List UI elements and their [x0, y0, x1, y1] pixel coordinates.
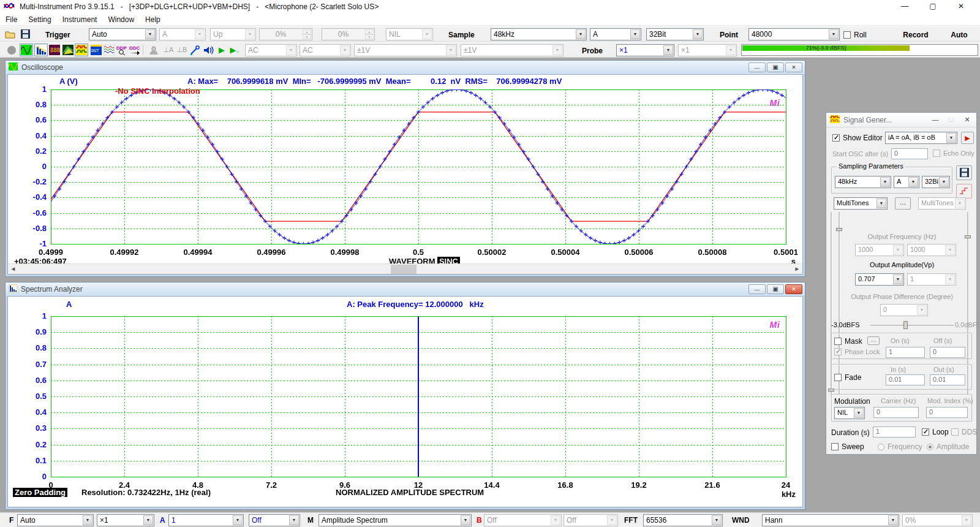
a-ref-combo[interactable]: Off [249, 514, 300, 526]
sample-bits-combo[interactable]: 32Bit [646, 28, 704, 40]
close-icon[interactable] [785, 63, 802, 72]
minimize-icon[interactable]: — [891, 0, 919, 13]
loop-checkbox[interactable]: Loop [922, 428, 949, 436]
fade-checkbox[interactable]: Fade [834, 373, 861, 382]
minimize-icon[interactable] [748, 63, 766, 72]
menu-file[interactable]: File [0, 13, 23, 26]
restore-icon[interactable] [767, 284, 784, 294]
record-button[interactable]: Record [891, 31, 940, 39]
chevron-down-icon[interactable] [289, 515, 299, 525]
chevron-down-icon[interactable] [712, 515, 722, 525]
chevron-down-icon[interactable] [233, 515, 243, 525]
f-multiplier-combo[interactable]: ×1 [97, 514, 154, 526]
run-button[interactable]: ▶ [215, 44, 228, 56]
oscilloscope-title-bar[interactable]: Oscilloscope [6, 61, 805, 74]
chevron-down-icon[interactable] [888, 515, 898, 525]
chevron-down-icon[interactable] [893, 275, 903, 284]
chevron-down-icon[interactable] [908, 177, 918, 187]
mask-on-input[interactable]: 1 [886, 347, 925, 358]
close-icon[interactable]: ✕ [959, 116, 975, 124]
generator-run-button[interactable] [961, 132, 974, 144]
speaker-button[interactable] [202, 44, 215, 56]
chevron-down-icon[interactable] [880, 177, 890, 187]
dbfs-slider[interactable] [870, 325, 954, 327]
horizontal-scrollbar[interactable]: ◄ ► [8, 264, 802, 274]
calibration-probe-button[interactable] [188, 44, 202, 56]
signal-generator-button[interactable] [75, 44, 88, 56]
duration-input[interactable]: 1 [873, 427, 916, 438]
sample-channel-combo[interactable]: A [590, 28, 641, 40]
mask-more-button[interactable]: ... [867, 336, 880, 345]
chevron-down-icon[interactable] [630, 29, 640, 39]
chevron-down-icon[interactable] [83, 515, 92, 525]
roll-checkbox[interactable]: Roll [843, 31, 867, 39]
menu-window[interactable]: Window [102, 13, 140, 26]
ddc-button[interactable]: DDC [128, 44, 141, 56]
generator-title-bar[interactable]: Signal Gener... — □ ✕ [826, 113, 976, 127]
chevron-down-icon[interactable] [145, 29, 155, 39]
stream-editor-button[interactable] [956, 184, 972, 199]
close-icon[interactable]: ✕ [947, 0, 975, 13]
chevron-down-icon[interactable] [693, 29, 703, 39]
save-button[interactable] [18, 28, 32, 40]
generator-channel-combo[interactable]: A [894, 176, 919, 188]
mod-index-input[interactable]: 0 [926, 407, 968, 418]
sweep-checkbox[interactable]: Sweep [831, 442, 864, 451]
close-icon[interactable] [785, 284, 802, 294]
multimeter-button[interactable]: 888 [48, 44, 61, 56]
modulation-combo[interactable]: NIL [834, 407, 865, 419]
device-test-plan-button[interactable] [102, 44, 116, 56]
zero-padding-badge[interactable]: Zero Padding [13, 488, 67, 497]
menu-instrument[interactable]: Instrument [57, 13, 103, 26]
ddp-viewer-button[interactable]: DDP [115, 44, 129, 56]
spectrum-plot[interactable] [8, 297, 803, 499]
chevron-down-icon[interactable] [143, 515, 153, 525]
oscilloscope-plot[interactable] [8, 75, 803, 266]
scroll-right-icon[interactable]: ► [792, 264, 802, 275]
minimize-icon[interactable] [748, 284, 766, 294]
analysis-mode-combo[interactable]: Amplitude Spectrum [318, 514, 472, 526]
save-signal-button[interactable] [956, 165, 972, 180]
mask-off-input[interactable]: 0 [930, 347, 965, 358]
generator-bits-combo[interactable]: 32Bit [922, 176, 950, 188]
generator-rate-combo[interactable]: 48kHz [835, 176, 891, 188]
device-under-test-button[interactable]: DUT [89, 44, 103, 56]
trigger-mode-combo[interactable]: Auto [89, 28, 156, 40]
f-scale-combo[interactable]: Auto [17, 514, 94, 526]
chevron-down-icon[interactable] [461, 515, 470, 525]
routing-combo[interactable]: iA = oA, iB = oB [885, 132, 957, 144]
chevron-down-icon[interactable] [876, 199, 886, 208]
fade-in-input[interactable]: 0.01 [886, 374, 925, 385]
scrollbar-thumb[interactable] [391, 265, 417, 274]
run-loop-button[interactable]: ▶○ [228, 44, 241, 56]
maximize-icon[interactable]: ▢ [919, 0, 947, 13]
spectrum-title-bar[interactable]: Spectrum Analyzer [6, 282, 805, 296]
probe-a-combo[interactable]: ×1 [616, 44, 674, 56]
chevron-down-icon[interactable] [946, 133, 956, 143]
window-function-combo[interactable]: Hann [762, 514, 899, 526]
auto-scale-button[interactable]: Auto [945, 31, 973, 39]
waveform-a-combo[interactable]: MultiTones [834, 197, 888, 210]
spectrum-3d-plot-button[interactable] [61, 44, 75, 56]
oscilloscope-button[interactable] [20, 44, 33, 56]
slider-thumb[interactable] [903, 321, 908, 329]
menu-help[interactable]: Help [140, 13, 166, 26]
chevron-down-icon[interactable] [939, 177, 949, 187]
slider-thumb[interactable] [836, 228, 842, 231]
chevron-down-icon[interactable] [576, 29, 586, 39]
open-file-button[interactable] [4, 28, 17, 40]
chevron-down-icon[interactable] [854, 408, 864, 418]
chevron-down-icon[interactable] [663, 45, 673, 55]
restore-icon[interactable] [767, 63, 784, 72]
fade-out-input[interactable]: 0.01 [930, 374, 965, 385]
fft-size-combo[interactable]: 65536 [643, 514, 723, 526]
start-osc-input[interactable]: 0 [891, 148, 928, 159]
chevron-down-icon[interactable] [829, 29, 839, 39]
multitones-more-button[interactable]: ... [895, 197, 911, 210]
menu-setting[interactable]: Setting [23, 13, 56, 26]
scroll-left-icon[interactable]: ◄ [8, 264, 18, 275]
show-editor-checkbox[interactable]: Show Editor [832, 134, 883, 142]
a-scale-combo[interactable]: 1 [168, 514, 244, 526]
spectrum-analyzer-button[interactable] [34, 44, 48, 56]
amplitude-a-combo[interactable]: 0.707 [855, 273, 904, 286]
